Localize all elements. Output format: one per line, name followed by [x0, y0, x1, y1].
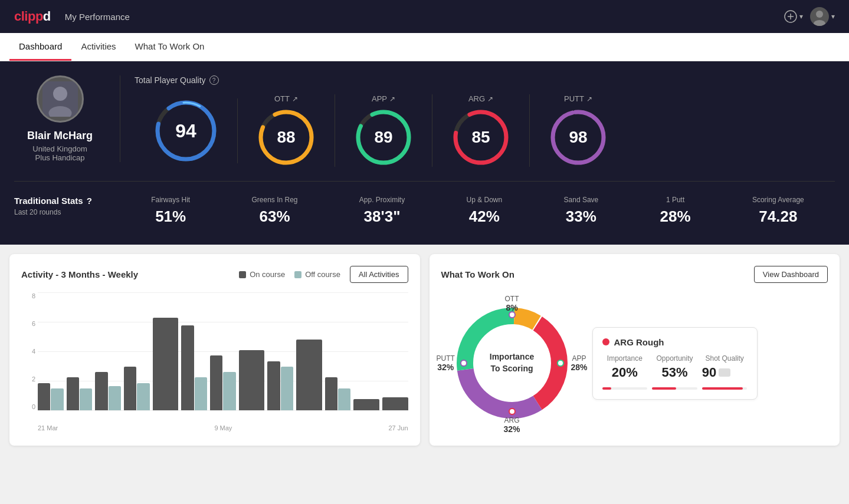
bar-group-9 — [296, 292, 322, 410]
metric-shot-quality: Shot Quality 90 — [702, 354, 748, 380]
work-on-dot — [602, 338, 609, 345]
work-on-metrics: Importance 20% Opportunity 53% Shot Qual… — [602, 354, 748, 380]
shot-quality-indicator — [719, 368, 730, 377]
grid-line-0 — [38, 410, 408, 411]
bar-oncourse-12 — [382, 397, 408, 410]
metric-bars — [602, 387, 748, 390]
all-activities-button[interactable]: All Activities — [350, 266, 408, 283]
player-info: Blair McHarg United Kingdom Plus Handica… — [14, 75, 120, 162]
donut-section: ImportanceTo Scoring OTT 8% APP 28% ARG … — [441, 292, 828, 434]
logo: clippd — [14, 9, 51, 24]
putt-score-value: 98 — [569, 128, 587, 147]
activity-panel-title: Activity - 3 Months - Weekly — [21, 269, 138, 279]
tabs-bar: Dashboard Activities What To Work On — [0, 33, 849, 61]
wtwon-title: What To Work On — [441, 269, 514, 279]
chart-legend: On course Off course — [239, 270, 340, 279]
work-on-card-title: ARG Rough — [602, 337, 748, 347]
bar-group-12 — [382, 292, 408, 410]
bar-offcourse-5 — [195, 377, 207, 410]
bar-shot-quality-fill — [702, 387, 743, 390]
score-ott: OTT ↗ 88 — [238, 94, 335, 167]
header-left: clippd My Performance — [14, 9, 130, 24]
bar-oncourse-4 — [153, 318, 179, 410]
legend-offcourse-dot — [294, 271, 301, 278]
ott-score-value: 88 — [277, 128, 295, 147]
hero-section: Blair McHarg United Kingdom Plus Handica… — [0, 61, 849, 245]
bar-group-7 — [239, 292, 265, 410]
app-label: APP ↗ — [372, 94, 395, 103]
score-putt: PUTT ↗ 98 — [530, 94, 627, 167]
tab-dashboard[interactable]: Dashboard — [9, 33, 71, 61]
tab-what-to-work-on[interactable]: What To Work On — [126, 33, 214, 61]
bar-offcourse-1 — [80, 388, 92, 410]
tab-activities[interactable]: Activities — [71, 33, 125, 61]
chart-y-axis: 8 6 4 2 0 — [21, 292, 35, 410]
svg-point-6 — [53, 87, 67, 101]
what-to-work-on-panel: What To Work On View Dashboard — [430, 254, 840, 446]
bar-oncourse-11 — [353, 399, 379, 410]
bar-offcourse-10 — [338, 388, 350, 410]
activity-panel: Activity - 3 Months - Weekly On course O… — [9, 254, 420, 446]
view-dashboard-button[interactable]: View Dashboard — [754, 266, 828, 283]
avatar — [810, 7, 829, 26]
bottom-section: Activity - 3 Months - Weekly On course O… — [0, 245, 849, 455]
bar-oncourse-5 — [181, 325, 194, 410]
bar-group-8 — [267, 292, 293, 410]
bar-group-0 — [38, 292, 64, 410]
bar-opportunity-fill — [652, 387, 676, 390]
svg-point-3 — [816, 11, 823, 18]
bar-group-4 — [153, 292, 179, 410]
app-score-value: 89 — [374, 128, 392, 147]
stats-help-icon[interactable]: ? — [87, 196, 92, 206]
player-handicap: Plus Handicap — [35, 153, 85, 162]
add-button[interactable]: ▾ — [784, 10, 803, 23]
bar-group-2 — [95, 292, 121, 410]
ott-segment-label: OTT 8% — [505, 295, 519, 312]
arg-segment-label: ARG 32% — [503, 416, 520, 434]
stats-subtitle: Last 20 rounds — [14, 208, 106, 216]
stat-proximity: App. Proximity 38'3" — [359, 196, 405, 226]
bar-group-5 — [181, 292, 207, 410]
svg-point-27 — [461, 360, 467, 366]
header-title: My Performance — [65, 12, 130, 22]
stat-scoring: Scoring Average 74.28 — [752, 196, 804, 226]
header: clippd My Performance ▾ ▾ — [0, 0, 849, 33]
bar-importance-fill — [602, 387, 611, 390]
bar-opportunity — [652, 387, 697, 390]
bar-group-10 — [325, 292, 351, 410]
svg-point-25 — [558, 360, 563, 366]
svg-point-26 — [509, 409, 515, 414]
arg-label: ARG ↗ — [468, 94, 493, 103]
metric-importance: Importance 20% — [602, 354, 648, 380]
tpq-help-icon[interactable]: ? — [209, 75, 219, 85]
donut-chart: ImportanceTo Scoring OTT 8% APP 28% ARG … — [441, 292, 583, 434]
chart-container: 8 6 4 2 0 — [21, 292, 408, 422]
stats-values: Fairways Hit 51% Greens In Reg 63% App. … — [120, 196, 835, 226]
metric-opportunity: Opportunity 53% — [652, 354, 697, 380]
legend-offcourse: Off course — [294, 270, 340, 279]
svg-point-24 — [509, 312, 515, 318]
bar-offcourse-2 — [109, 386, 121, 410]
main-score-value: 94 — [175, 120, 196, 141]
stat-greens: Greens In Reg 63% — [251, 196, 297, 226]
profile-button[interactable]: ▾ — [810, 7, 835, 26]
main-score-circle: 94 — [153, 98, 218, 163]
ott-arrow-icon: ↗ — [292, 95, 298, 103]
putt-circle: 98 — [549, 108, 608, 167]
score-app: APP ↗ 89 — [335, 94, 432, 167]
bar-offcourse-6 — [223, 372, 235, 410]
bar-oncourse-9 — [296, 340, 322, 410]
scores-grid: 94 OTT ↗ 88 — [135, 94, 835, 167]
putt-segment-label: PUTT 32% — [437, 354, 455, 372]
bar-oncourse-10 — [325, 377, 337, 410]
bar-group-6 — [210, 292, 236, 410]
activity-panel-header: Activity - 3 Months - Weekly On course O… — [21, 266, 408, 283]
stats-label-col: Traditional Stats ? Last 20 rounds — [14, 196, 120, 216]
donut-center-text: ImportanceTo Scoring — [490, 351, 534, 374]
bar-importance — [602, 387, 648, 390]
wtwon-header: What To Work On View Dashboard — [441, 266, 828, 283]
chart-x-labels: 21 Mar 9 May 27 Jun — [21, 424, 408, 431]
app-circle: 89 — [354, 108, 413, 167]
app-segment-label: APP 28% — [571, 354, 587, 372]
arg-score-value: 85 — [471, 128, 490, 147]
